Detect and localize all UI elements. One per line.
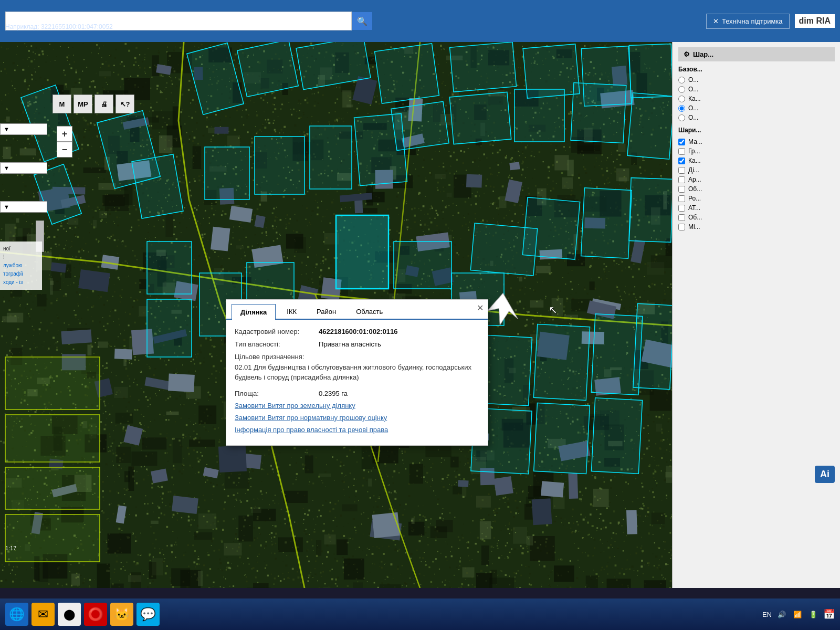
chrome-icon: ⬤	[64, 608, 75, 621]
radio-option-2[interactable]: О...	[678, 86, 835, 93]
tray-wifi-icon[interactable]: 📶	[792, 608, 803, 620]
layer-ob1: Об...	[678, 184, 835, 194]
measure-mp-button[interactable]: MP	[74, 94, 92, 113]
zoom-out-button[interactable]: −	[57, 142, 72, 158]
purpose-value: 02.01 Для будівництва і обслуговування ж…	[235, 362, 479, 383]
tech-support-button[interactable]: ✕ Технічна підтримка	[706, 14, 790, 29]
link-extract-valuation[interactable]: Замовити Витяг про нормативну грошову оц…	[235, 414, 479, 422]
link-extract-land[interactable]: Замовити Витяг про земельну ділянку	[235, 402, 479, 410]
cursor-help-button[interactable]: ↖?	[116, 94, 134, 113]
cadastral-value: 4622181600:01:002:0116	[319, 327, 397, 337]
tab-dilyanка[interactable]: Ділянка	[232, 304, 276, 320]
ownership-row: Тип власності: Приватна власність	[235, 340, 479, 349]
panel-header-label: Шар...	[693, 50, 713, 58]
dropdown-arrow-2: ▼	[4, 165, 9, 171]
radio-option-5[interactable]: О...	[678, 114, 835, 121]
tab-rayon[interactable]: Район	[308, 304, 345, 319]
taskbar-icon-opera[interactable]: ⭕	[84, 603, 107, 626]
popup-tabs: Ділянка ІКК Район Область	[226, 300, 488, 320]
cat-icon: 🐱	[114, 607, 130, 622]
map-container[interactable]: M MP 🖨 ↖? + − ▼ ▼ ▼ ної ! лужбою тографі…	[0, 42, 672, 588]
opera-icon: ⭕	[88, 607, 103, 622]
print-button[interactable]: 🖨	[94, 94, 113, 113]
measure-m-button[interactable]: M	[52, 94, 71, 113]
base-map-label: Базов...	[678, 66, 835, 73]
link-ownership-info[interactable]: Інформація про право власності та речові…	[235, 426, 479, 434]
layer-mi: Мі...	[678, 222, 835, 232]
sidebar-dropdown-3[interactable]: ▼	[0, 201, 47, 213]
tray-battery-icon[interactable]: 🔋	[807, 608, 819, 620]
cadastral-label: Кадастровий номер:	[235, 327, 319, 337]
taskbar-icon-skype[interactable]: 💬	[136, 603, 160, 626]
layer-gr: Гр...	[678, 146, 835, 156]
map-toolbar: M MP 🖨 ↖?	[52, 94, 134, 113]
zoom-in-button[interactable]: +	[57, 126, 72, 142]
side-text-line5: ходи - із	[3, 278, 39, 287]
ownership-label: Тип власності:	[235, 340, 319, 349]
layer-ob2: Об...	[678, 213, 835, 222]
radio-option-1[interactable]: О...	[678, 76, 835, 83]
wrench-icon: ✕	[713, 17, 719, 25]
layer-ar: Ар...	[678, 175, 835, 184]
right-panel: ⚙ Шар... Базов... О... О... Кa... О... О…	[672, 42, 840, 588]
cadastral-row: Кадастровий номер: 4622181600:01:002:011…	[235, 327, 479, 337]
info-popup: ✕ Ділянка ІКК Район Область Кадастровий …	[226, 299, 488, 446]
base-map-options: О... О... Кa... О... О...	[678, 76, 835, 121]
area-value: 0.2395 га	[319, 389, 348, 398]
layer-ma: Ма...	[678, 137, 835, 146]
side-text-line2: !	[3, 253, 39, 261]
taskbar: 🌐 ✉ ⬤ ⭕ 🐱 💬 EN 🔊 📶 🔋 📅	[0, 598, 840, 630]
left-sidebar: ▼ ▼ ▼	[0, 123, 47, 213]
popup-close-button[interactable]: ✕	[477, 303, 484, 313]
radio-option-4[interactable]: О...	[678, 104, 835, 112]
dim-ria-logo: dim RIA	[795, 14, 835, 28]
purpose-row: Цільове призначення: 02.01 Для будівницт…	[235, 352, 479, 385]
language-indicator: EN	[762, 611, 772, 618]
dropdown-arrow-1: ▼	[4, 126, 9, 132]
tray-calendar-icon[interactable]: 📅	[823, 608, 835, 620]
tech-support-label: Технічна підтримка	[722, 17, 783, 25]
area-label: Площа:	[235, 389, 319, 398]
taskbar-icon-mail[interactable]: ✉	[32, 603, 55, 626]
layers-label: Шари...	[678, 127, 835, 134]
mail-icon: ✉	[38, 607, 48, 622]
taskbar-icon-ie[interactable]: 🌐	[5, 603, 28, 626]
taskbar-icon-cat[interactable]: 🐱	[110, 603, 133, 626]
layers-section: Шари... Ма... Гр... Ка... Ді... Ар... Об…	[678, 127, 835, 232]
layer-di: Ді...	[678, 165, 835, 175]
left-text-panel: ної ! лужбою тографії ходи - із	[0, 242, 42, 290]
scale-text: 1:17	[5, 545, 16, 551]
popup-content: Кадастровий номер: 4622181600:01:002:011…	[226, 320, 488, 445]
purpose-label: Цільове призначення:	[235, 352, 479, 362]
skype-icon: 💬	[140, 607, 156, 622]
ai-badge: Ai	[815, 466, 835, 483]
tray-network-icon[interactable]: 🔊	[776, 608, 788, 620]
search-icon: 🔍	[357, 16, 368, 26]
ownership-value: Приватна власність	[319, 340, 381, 349]
layer-ka: Ка...	[678, 156, 835, 165]
side-text-line1: ної	[3, 245, 39, 253]
layer-ro: Ро...	[678, 194, 835, 203]
search-button[interactable]: 🔍	[352, 12, 373, 30]
taskbar-icon-chrome[interactable]: ⬤	[58, 603, 81, 626]
tab-ikk[interactable]: ІКК	[278, 304, 306, 319]
zoom-controls: + −	[57, 126, 72, 158]
top-bar: 🔍 Наприклад: 3221655100:01:047:0052 ✕ Те…	[0, 0, 840, 42]
radio-option-3[interactable]: Кa...	[678, 95, 835, 102]
side-text-line4: тографії	[3, 270, 39, 278]
ie-icon: 🌐	[9, 607, 25, 622]
tab-oblast[interactable]: Область	[347, 304, 392, 319]
side-text-line3: лужбою	[3, 261, 39, 270]
area-row: Площа: 0.2395 га	[235, 389, 479, 398]
sidebar-dropdown-1[interactable]: ▼	[0, 123, 47, 135]
dropdown-arrow-3: ▼	[4, 204, 9, 210]
gear-icon: ⚙	[684, 50, 690, 58]
scale-bar: 1:17	[5, 545, 16, 551]
taskbar-right: EN 🔊 📶 🔋 📅	[762, 608, 835, 620]
layer-at: АТ...	[678, 203, 835, 213]
example-text: Наприклад: 3221655100:01:047:0052	[5, 23, 113, 30]
right-panel-header: ⚙ Шар...	[678, 47, 835, 61]
sidebar-dropdown-2[interactable]: ▼	[0, 162, 47, 174]
